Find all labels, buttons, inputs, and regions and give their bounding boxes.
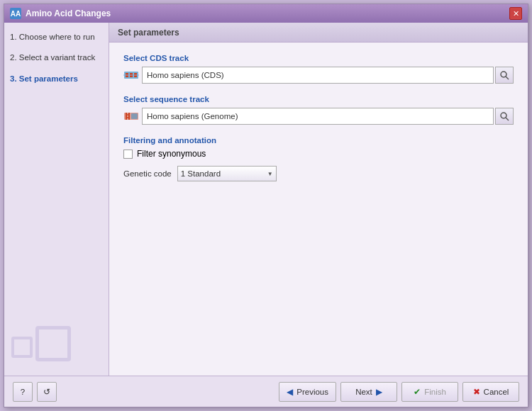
genetic-code-select[interactable]: 1 Standard ▼ [177,166,277,181]
watermark [11,326,71,361]
select-arrow-icon: ▼ [267,171,273,177]
svg-point-13 [501,113,506,118]
cds-browse-button[interactable] [495,67,514,84]
cancel-button[interactable]: ✖ Cancel [462,382,519,402]
footer-left-buttons: ? ↺ [13,382,57,402]
filtering-label: Filtering and annotation [123,136,514,145]
genetic-code-label: Genetic code [123,169,172,178]
filter-synonymous-checkbox[interactable] [123,150,133,159]
sequence-browse-button[interactable] [495,108,514,125]
footer: ? ↺ ◀ Previous Next ▶ ✔ Finish ✖ Cancel [4,376,528,407]
svg-rect-12 [131,113,138,119]
panel-header-title: Set parameters [118,28,179,38]
close-button[interactable]: ✕ [509,7,522,20]
cds-icon [123,67,139,83]
cancel-cross-icon: ✖ [473,387,480,397]
next-arrow-icon: ▶ [376,387,382,397]
main-window: AA Amino Acid Changes ✕ 1. Choose where … [4,4,528,407]
footer-right-buttons: ◀ Previous Next ▶ ✔ Finish ✖ Cancel [279,382,519,402]
filter-synonymous-label: Filter synonymous [137,149,206,159]
next-button[interactable]: Next ▶ [340,382,397,402]
svg-point-5 [501,72,506,77]
sidebar-item-2[interactable]: 2. Select a variant track [10,50,103,65]
genetic-code-row: Genetic code 1 Standard ▼ [123,166,514,181]
genome-icon [123,108,139,124]
help-button[interactable]: ? [13,382,33,402]
cds-track-field: Homo sapiens (CDS) [142,67,494,84]
title-bar-left: AA Amino Acid Changes [10,8,111,19]
filtering-section: Filtering and annotation Filter synonymo… [123,136,514,181]
history-button[interactable]: ↺ [37,382,57,402]
title-bar: AA Amino Acid Changes ✕ [4,4,528,23]
finish-button[interactable]: ✔ Finish [401,382,458,402]
sidebar: 1. Choose where to run 2. Select a varia… [4,23,109,376]
cds-section-label: Select CDS track [123,54,514,62]
finish-check-icon: ✔ [414,387,421,397]
content-area: 1. Choose where to run 2. Select a varia… [4,23,528,376]
sidebar-item-1[interactable]: 1. Choose where to run [10,30,103,45]
previous-button[interactable]: ◀ Previous [279,382,336,402]
sidebar-item-3[interactable]: 3. Set parameters [10,72,103,86]
filter-synonymous-row: Filter synonymous [123,149,514,159]
window-title: Amino Acid Changes [26,9,111,18]
sequence-track-row: Homo sapiens (Genome) [123,108,514,125]
sequence-section-label: Select sequence track [123,95,514,103]
app-icon: AA [10,8,21,19]
sequence-track-field: Homo sapiens (Genome) [142,108,494,125]
svg-line-6 [506,77,509,79]
svg-line-14 [506,118,509,120]
main-panel: Set parameters Select CDS track [109,23,528,376]
cds-track-row: Homo sapiens (CDS) [123,67,514,84]
panel-header: Set parameters [109,23,528,43]
previous-arrow-icon: ◀ [287,387,293,397]
panel-body: Select CDS track Homo [109,43,528,376]
